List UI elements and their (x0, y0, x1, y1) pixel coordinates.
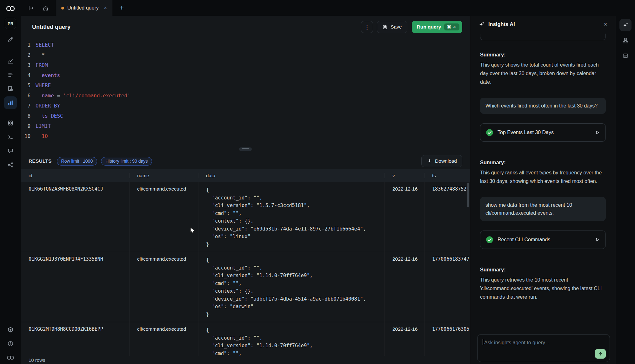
cell-data: { "account_id": "", "cli_version": "1.14… (198, 322, 384, 356)
cell-name: cli/command.executed (129, 252, 198, 322)
workspace-body: Untitled query ⋮ Save Run query (21, 16, 635, 364)
sql-operator: = (54, 91, 63, 101)
column-header-ts[interactable]: ts (424, 173, 470, 178)
table-scrollbar[interactable] (467, 183, 469, 207)
insights-title: Insights AI (488, 21, 515, 27)
package-icon[interactable] (4, 323, 17, 336)
line-number: 4 (21, 70, 36, 81)
sparkle-icon (478, 21, 485, 27)
results-toolbar: RESULTS Row limit : 1000 History limit :… (21, 153, 470, 169)
send-button[interactable] (595, 349, 606, 359)
row-count-footer: 10 rows (21, 356, 470, 364)
user-message: Which events fired most often in the las… (480, 98, 606, 114)
sql-keyword: SELECT (36, 40, 54, 50)
insights-conversation[interactable]: Summary: This query shows the total coun… (470, 32, 616, 331)
history-limit-badge[interactable]: History limit : 90 days (101, 157, 152, 166)
sidebar-bottom (4, 323, 17, 364)
new-tab-button[interactable]: + (114, 0, 129, 16)
home-icon[interactable] (38, 0, 53, 16)
close-panel-icon[interactable]: × (604, 21, 607, 27)
ai-prompt-input[interactable]: Ask insights agent to query... (477, 334, 610, 362)
sql-keyword: DESC (48, 111, 63, 121)
explore-data-icon[interactable] (4, 82, 17, 95)
schema-tree-icon[interactable] (619, 35, 632, 47)
code-line: 6 name = 'cli/command.executed' (21, 91, 470, 101)
table-row[interactable]: 01K66TQNZA3WFBQ8XN2KXSG4CJ cli/command.e… (21, 182, 470, 252)
pipeline-icon[interactable] (4, 159, 17, 171)
insights-ai-icon[interactable] (619, 19, 632, 31)
summary-label: Summary: (480, 159, 606, 166)
tab-label: Untitled query (67, 5, 99, 11)
sidebar-toggle-icon[interactable] (23, 0, 38, 16)
apps-grid-icon[interactable] (4, 117, 17, 129)
query-card-title: Top Events Last 30 Days (498, 130, 590, 135)
sql-keyword: LIMIT (36, 121, 51, 131)
query-result-card[interactable]: Recent CLI Commands (480, 231, 606, 249)
sql-editor-icon[interactable] (4, 33, 17, 46)
run-shortcut-badge: ⌘ ↵ (444, 23, 459, 30)
chat-icon[interactable] (4, 145, 17, 157)
row-count: 10 rows (29, 357, 45, 363)
sql-token: * (36, 50, 45, 60)
save-button[interactable]: Save (377, 21, 407, 33)
cell-name: cli/command.executed (129, 322, 198, 356)
run-query-button[interactable]: Run query ⌘ ↵ (412, 21, 462, 33)
check-circle-icon (486, 236, 493, 244)
insights-header: Insights AI × (470, 16, 616, 32)
results-table-header: id name data v ts (21, 169, 470, 182)
cell-id: 01KGG2N1J3Y0ENP1R4F1335BNH (21, 252, 129, 322)
download-icon (427, 159, 432, 164)
table-row[interactable]: 01KGG2N1J3Y0ENP1R4F1335BNH cli/command.e… (21, 252, 470, 322)
row-limit-badge[interactable]: Row limit : 1000 (57, 157, 97, 166)
app-logo-icon (5, 5, 16, 12)
line-number: 10 (21, 131, 36, 141)
play-icon[interactable] (594, 130, 600, 135)
play-icon[interactable] (594, 237, 600, 243)
left-sidebar: PR (0, 0, 21, 364)
sql-keyword: FROM (36, 60, 48, 70)
summary-label: Summary: (480, 52, 606, 58)
footer-logo-icon (4, 351, 17, 364)
line-number: 9 (21, 121, 36, 131)
table-row[interactable]: 01KGG2MT9H8H8CCDQ0ZK16BEPP cli/command.e… (21, 322, 470, 356)
summary-label: Summary: (480, 267, 606, 273)
user-message: show me data from the most recent 10 cli… (480, 197, 606, 221)
code-line: 5WHERE (21, 81, 470, 91)
column-header-id[interactable]: id (21, 173, 129, 178)
column-header-data[interactable]: data (198, 173, 384, 178)
run-query-label: Run query (417, 24, 441, 30)
enter-key-icon: ↵ (453, 24, 457, 29)
column-header-name[interactable]: name (129, 173, 198, 178)
help-icon[interactable] (4, 337, 17, 350)
queries-icon[interactable] (4, 96, 17, 109)
sql-identifier: events (36, 70, 60, 81)
code-line: 4 events (21, 70, 470, 81)
cell-data: { "account_id": "", "cli_version": "1.5.… (198, 182, 384, 252)
summary-text: This query ranks all event types by freq… (480, 168, 606, 185)
more-options-icon[interactable]: ⋮ (361, 21, 373, 33)
input-placeholder: Ask insights agent to query... (484, 340, 549, 345)
resize-handle[interactable] (239, 147, 252, 151)
query-result-card[interactable]: Top Events Last 30 Days (480, 123, 606, 142)
column-header-v[interactable]: v (384, 173, 424, 178)
line-number: 8 (21, 111, 36, 121)
sql-editor[interactable]: 1SELECT 2 * 3FROM 4 events 5WHERE 6 name… (21, 38, 470, 145)
query-card-title: Recent CLI Commands (498, 237, 590, 243)
code-line: 7ORDER BY (21, 101, 470, 111)
app-window: PR (0, 0, 635, 364)
terminal-icon[interactable] (4, 131, 17, 143)
tab-untitled-query[interactable]: Untitled query × (56, 0, 112, 16)
check-circle-icon (486, 129, 493, 136)
tab-close-icon[interactable]: × (104, 5, 107, 11)
list-icon[interactable] (4, 68, 17, 81)
cmd-key-icon: ⌘ (447, 24, 451, 29)
trend-chart-icon[interactable] (4, 55, 17, 67)
text-caret (483, 339, 483, 345)
download-button[interactable]: Download (421, 155, 462, 167)
line-number: 6 (21, 91, 36, 101)
line-number: 7 (21, 101, 36, 111)
project-badge[interactable]: PR (5, 18, 16, 29)
results-label: RESULTS (29, 158, 52, 164)
sql-number: 10 (36, 131, 48, 141)
feedback-icon[interactable] (619, 50, 632, 62)
